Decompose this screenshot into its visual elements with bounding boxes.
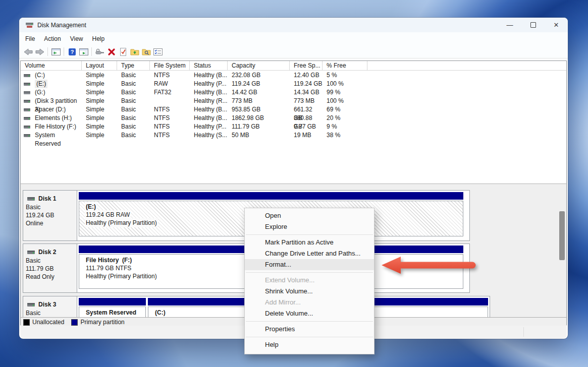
menu-item-shrink-volume[interactable]: Shrink Volume... [245,286,374,297]
disk-1-label[interactable]: Disk 1 Basic 119.24 GB Online [23,191,77,240]
back-icon [24,48,33,55]
menu-item-format[interactable]: Format... [245,259,374,270]
disk-size: 111.79 GB [23,265,77,273]
window-title: Disk Management [37,22,86,29]
vertical-scrollbar-thumb[interactable] [559,211,565,260]
table-row[interactable]: (E:) Simple Basic RAW Healthy (P... 119.… [21,80,566,88]
cell-capacity: 773 MB [228,97,290,105]
table-row[interactable]: Elements (H:) Simple Basic NTFS Healthy … [21,114,566,123]
console-tree-button[interactable] [50,46,62,57]
toolbar-separator [47,47,48,56]
cell-layout: Simple [82,80,117,88]
column-file-system[interactable]: File System [150,61,190,70]
mark-active-document-icon [119,48,127,56]
column-status[interactable]: Status [190,61,228,70]
menu-file[interactable]: File [21,32,39,45]
cell-fs: FAT32 [150,88,190,97]
desktop-wallpaper: Disk Management — ✕ File Action View Hel… [0,0,588,367]
column-type[interactable]: Type [117,61,150,70]
column-pct-free[interactable]: % Free [323,61,367,70]
rescan-button[interactable] [94,46,105,57]
disk-name: Disk 1 [38,195,56,202]
table-row[interactable]: File History (F:) Simple Basic NTFS Heal… [21,123,566,131]
titlebar[interactable]: Disk Management — ✕ [19,18,568,32]
menu-help[interactable]: Help [88,32,110,45]
cell-status: Healthy (P... [190,80,228,88]
menu-view[interactable]: View [66,32,88,45]
close-button[interactable]: ✕ [545,18,568,32]
open-button[interactable] [129,46,140,57]
action-pane-button[interactable] [78,46,89,57]
delete-volume-icon [108,48,116,56]
disk-kind: Basic [23,257,77,265]
cell-capacity: 111.79 GB [228,123,290,131]
column-filler [367,61,566,70]
menu-item-properties[interactable]: Properties [245,324,374,335]
menu-item-help[interactable]: Help [245,339,374,350]
menu-action[interactable]: Action [39,32,65,45]
cell-fs: NTFS [150,123,190,131]
help-button[interactable]: ? [66,46,78,57]
menu-item-explore[interactable]: Explore [245,221,374,232]
explore-folder-icon [142,48,151,55]
cell-type: Basic [117,105,150,114]
table-row[interactable]: (G:) Simple Basic FAT32 Healthy (B... 14… [21,88,566,97]
volume-icon [24,74,31,78]
forward-icon [35,48,44,55]
delete-volume-button[interactable] [105,46,117,57]
cell-status: Healthy (S... [190,131,228,140]
cell-volume: (E:) [35,80,47,88]
cell-volume: Apacer (D:) [35,105,66,114]
table-row[interactable]: Apacer (D:) Simple Basic NTFS Healthy (B… [21,105,566,114]
explore-button[interactable] [140,46,152,57]
cell-pct-free: 99 % [323,88,367,97]
cell-type: Basic [117,97,150,105]
cell-volume: File History (F:) [35,123,76,131]
volume-icon [24,91,31,95]
disk-2-label[interactable]: Disk 2 Basic 111.79 GB Read Only [23,244,77,292]
volume-table-body: (C:) Simple Basic NTFS Healthy (B... 232… [21,71,566,140]
context-menu: Open Explore Mark Partition as Active Ch… [244,208,375,354]
table-row[interactable]: (Disk 3 partition 3) Simple Basic Health… [21,97,566,105]
cell-fs: NTFS [150,105,190,114]
menu-item-change-drive-letter[interactable]: Change Drive Letter and Paths... [245,248,374,259]
column-volume[interactable]: Volume [21,61,82,70]
maximize-button[interactable] [521,18,545,32]
cell-layout: Simple [82,114,117,123]
table-row[interactable]: (C:) Simple Basic NTFS Healthy (B... 232… [21,71,566,80]
properties-button[interactable] [152,46,164,57]
cell-status: Healthy (R... [190,97,228,105]
volume-table-header: Volume Layout Type File System Status Ca… [21,61,566,71]
toolbar-separator [64,47,64,56]
column-capacity[interactable]: Capacity [228,61,290,70]
cell-capacity: 232.08 GB [228,71,290,80]
menu-item-open[interactable]: Open [245,210,374,221]
table-row[interactable]: System Reserved Simple Basic NTFS Health… [21,131,566,140]
volume-icon [24,99,31,103]
cell-free: 380.88 GB [290,114,323,123]
disk-kind: Basic [23,309,77,317]
volume-icon [24,134,31,138]
cell-type: Basic [117,71,150,80]
volume-icon [24,108,31,112]
partition-title: System Reserved [86,309,145,317]
action-pane-icon [79,48,88,55]
console-tree-icon [51,48,61,55]
minimize-button[interactable]: — [498,18,521,32]
cell-free: 9.77 GB [290,123,323,131]
cell-free: 12.40 GB [290,71,323,80]
mark-active-button[interactable] [117,46,129,57]
cell-pct-free: 100 % [323,97,367,105]
menu-item-delete-volume[interactable]: Delete Volume... [245,308,374,319]
menu-separator [246,234,373,235]
menu-item-mark-partition-active[interactable]: Mark Partition as Active [245,237,374,248]
column-layout[interactable]: Layout [82,61,117,70]
forward-button[interactable] [34,46,45,57]
open-folder-icon [130,48,139,55]
cell-pct-free: 38 % [323,131,367,140]
column-free-space[interactable]: Free Sp... [290,61,323,70]
legend-primary-label: Primary partition [80,319,124,326]
disk-state: Read Only [23,273,77,281]
toolbar-separator [91,47,92,56]
back-button[interactable] [22,46,34,57]
